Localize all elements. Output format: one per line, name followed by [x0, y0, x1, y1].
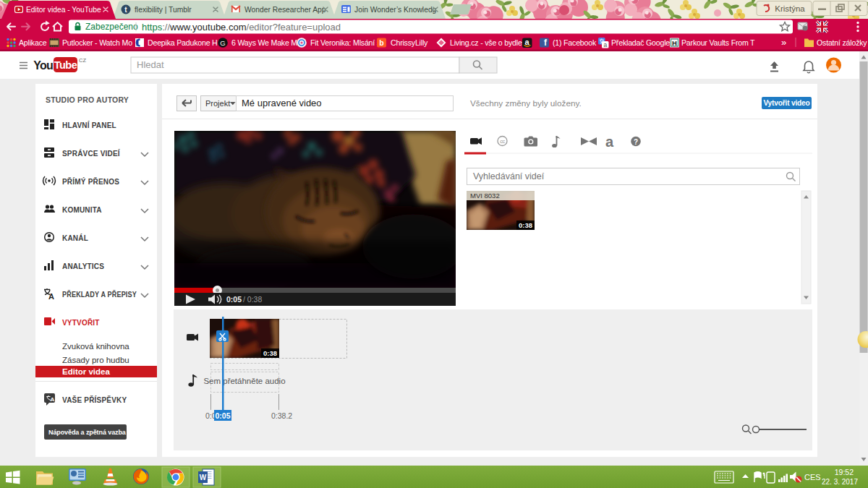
svg-text:Editor videa: Editor videa — [62, 367, 110, 376]
svg-text:»: » — [781, 37, 786, 48]
svg-text:W: W — [200, 474, 207, 481]
svg-text:b: b — [379, 38, 383, 47]
svg-text:A: A — [48, 292, 54, 301]
svg-text:HLAVNÍ PANEL: HLAVNÍ PANEL — [62, 121, 116, 129]
svg-text:Zvuková knihovna: Zvuková knihovna — [62, 342, 129, 351]
svg-text:G: G — [220, 39, 225, 47]
svg-text:0:38: 0:38 — [519, 221, 532, 229]
svg-text:Sem přetáhněte audio: Sem přetáhněte audio — [203, 377, 285, 385]
svg-text:MVI 8032: MVI 8032 — [470, 192, 500, 200]
svg-text:VAŠE PŘÍSPĚVKY: VAŠE PŘÍSPĚVKY — [62, 395, 127, 404]
svg-text:Zabezpečeno: Zabezpečeno — [85, 22, 138, 32]
svg-text:Všechny změny byly uloženy.: Všechny změny byly uloženy. — [470, 98, 582, 108]
svg-text:https://www.youtube.com/editor: https://www.youtube.com/editor?feature=u… — [142, 22, 341, 33]
svg-text:Zásady pro hudbu: Zásady pro hudbu — [62, 356, 129, 364]
svg-text:PŘÍMÝ PŘENOS: PŘÍMÝ PŘENOS — [62, 177, 119, 186]
svg-text:Fit Veronika: Mlsání s: Fit Veronika: Mlsání s — [310, 38, 380, 47]
svg-text:A: A — [51, 396, 55, 403]
svg-text:6 Ways We Make Mo: 6 Ways We Make Mo — [231, 38, 302, 47]
svg-text:Editor videa - YouTube: Editor videa - YouTube — [26, 6, 101, 14]
svg-text:CES: CES — [804, 473, 821, 481]
svg-text:SPRÁVCE VIDEÍ: SPRÁVCE VIDEÍ — [62, 149, 120, 158]
svg-text:Projekt: Projekt — [205, 99, 230, 108]
svg-text:ChrissyLilly: ChrissyLilly — [391, 38, 428, 47]
svg-text:Putlocker - Watch Mo: Putlocker - Watch Mo — [62, 38, 132, 47]
svg-text:/ 0:38: / 0:38 — [243, 295, 262, 304]
svg-text:Mé upravené video: Mé upravené video — [242, 98, 322, 108]
svg-text:Ostatní záložky: Ostatní záložky — [817, 38, 867, 47]
svg-text:a: a — [603, 41, 607, 48]
svg-text:0:05: 0:05 — [215, 411, 230, 420]
svg-text:Hledat: Hledat — [137, 59, 164, 70]
svg-text:Překladač Google: Překladač Google — [611, 38, 670, 47]
svg-text:(1) Facebook: (1) Facebook — [553, 38, 597, 47]
svg-text:Living.cz - vše o bydle: Living.cz - vše o bydle — [450, 38, 522, 47]
svg-text:cc: cc — [500, 138, 505, 145]
svg-text:You: You — [33, 59, 53, 72]
svg-text:19:52: 19:52 — [835, 468, 854, 476]
svg-text:Join Wonder’s Knowledg: Join Wonder’s Knowledg — [354, 6, 437, 14]
svg-text:Kristýna: Kristýna — [775, 4, 805, 13]
svg-text:a: a — [524, 38, 529, 46]
svg-text:KOMUNITA: KOMUNITA — [62, 206, 102, 214]
svg-text:H: H — [672, 39, 677, 47]
svg-text:VYTVOŘIT: VYTVOŘIT — [62, 318, 100, 327]
svg-text:CZ: CZ — [79, 57, 86, 64]
svg-text:Tube: Tube — [54, 59, 77, 71]
svg-text:PŘEKLADY A PŘEPISY: PŘEKLADY A PŘEPISY — [62, 290, 137, 299]
svg-text:Vytvořit video: Vytvořit video — [763, 99, 809, 107]
svg-text:Parkour Vaults From T: Parkour Vaults From T — [681, 38, 755, 47]
svg-text:Deepika Padukone H: Deepika Padukone H — [148, 38, 218, 47]
svg-text:0:38: 0:38 — [263, 349, 277, 357]
svg-text:Vyhledávání videí: Vyhledávání videí — [473, 171, 545, 181]
svg-text:ANALYTICS: ANALYTICS — [62, 262, 104, 270]
svg-text:0:05: 0:05 — [226, 295, 242, 304]
svg-text:22. 3. 2017: 22. 3. 2017 — [822, 478, 858, 486]
svg-text:KANÁL: KANÁL — [62, 234, 88, 242]
svg-text:0:38.2: 0:38.2 — [271, 411, 292, 420]
svg-text:Aplikace: Aplikace — [19, 38, 47, 47]
svg-text:?: ? — [634, 138, 638, 146]
svg-text:flexibility | Tumblr: flexibility | Tumblr — [135, 6, 192, 14]
svg-text:Wonder Researcher App: Wonder Researcher App — [244, 6, 326, 14]
svg-text:Nápověda a zpětná vazba: Nápověda a zpětná vazba — [48, 429, 127, 436]
svg-text:a: a — [605, 134, 614, 150]
svg-text:STUDIO PRO AUTORY: STUDIO PRO AUTORY — [46, 95, 129, 104]
